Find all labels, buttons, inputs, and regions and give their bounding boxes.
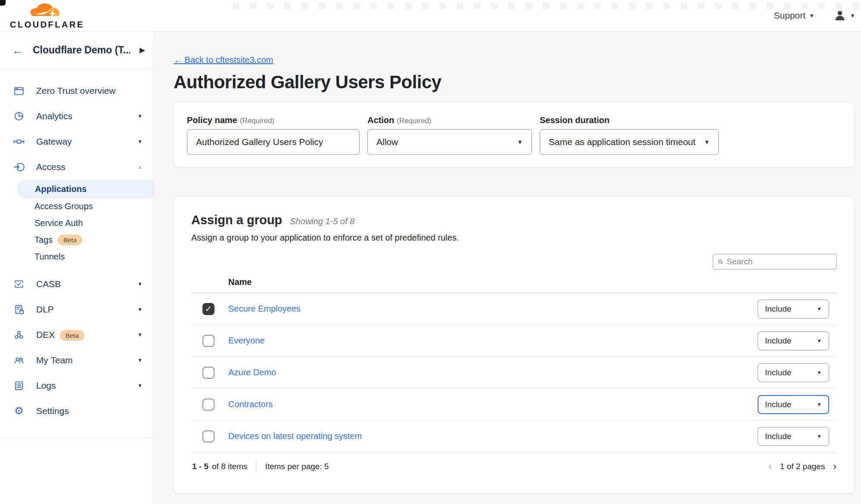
pagination-bar: 1 - 5 of 8 items Items per page: 5 ‹ 1 o… (191, 452, 837, 481)
sidebar-item-label: Settings (36, 406, 143, 416)
user-icon (833, 9, 846, 22)
sidebar-item-label: Analytics (36, 111, 126, 121)
previous-page-button[interactable]: ‹ (768, 461, 772, 472)
logs-list-icon (13, 380, 25, 392)
team-people-icon (13, 354, 25, 366)
chevron-down-icon: ▼ (137, 113, 143, 119)
search-input[interactable] (727, 257, 832, 266)
row-checkbox[interactable]: ✓ (202, 399, 214, 411)
sidebar-item-label: Service Auth (34, 218, 83, 228)
back-arrow-icon[interactable]: ← (12, 45, 23, 56)
chevron-down-icon: ▼ (817, 370, 822, 376)
cloudflare-cloud-icon (21, 2, 73, 21)
chevron-down-icon: ▼ (137, 357, 143, 363)
include-select-value: Include (765, 432, 791, 441)
access-login-icon (13, 161, 25, 173)
required-hint: (Required) (240, 117, 274, 125)
overview-window-icon (13, 85, 25, 97)
row-checkbox[interactable]: ✓ (202, 335, 214, 347)
casb-icon (13, 278, 25, 290)
sidebar-item-tunnels[interactable]: Tunnels (0, 248, 154, 265)
include-select-value: Include (765, 368, 791, 377)
table-row: ✓ Everyone Include ▼ (191, 325, 837, 357)
group-name-link[interactable]: Secure Employees (228, 304, 301, 314)
assign-group-card: Assign a group Showing 1-5 of 8 Assign a… (174, 196, 855, 494)
cloudflare-wordmark: CLOUDFLARE (10, 20, 84, 29)
row-checkbox[interactable]: ✓ (202, 303, 214, 315)
analytics-pie-icon (13, 110, 25, 122)
chevron-right-icon[interactable]: ▶ (140, 46, 145, 55)
chevron-up-icon: ▲ (137, 164, 143, 170)
next-page-button[interactable]: › (833, 461, 837, 472)
chevron-down-icon: ▼ (817, 338, 822, 344)
beta-badge: Beta (58, 235, 82, 245)
include-select[interactable]: Include ▼ (758, 395, 829, 414)
action-field-group: Action(Required) Allow ▼ (367, 115, 532, 155)
group-name-link[interactable]: Contractors (228, 399, 273, 409)
name-column-header: Name (191, 277, 837, 293)
sidebar-item-analytics[interactable]: Analytics ▼ (0, 103, 154, 129)
session-duration-select[interactable]: Same as application session timeout ▼ (540, 129, 719, 155)
action-select[interactable]: Allow ▼ (367, 129, 532, 155)
sidebar-item-access[interactable]: Access ▲ (0, 154, 154, 179)
sidebar-item-applications[interactable]: Applications (17, 180, 154, 198)
search-icon (718, 257, 723, 266)
sidebar-item-label: My Team (36, 355, 126, 365)
sidebar-item-gateway[interactable]: Gateway ▼ (0, 129, 154, 154)
group-name-link[interactable]: Azure Demo (228, 368, 276, 377)
sidebar-item-tags[interactable]: Tags Beta (0, 232, 154, 248)
table-row: ✓ Secure Employees Include ▼ (191, 293, 837, 325)
session-select-value: Same as application session timeout (549, 137, 696, 147)
action-label: Action(Required) (367, 115, 532, 125)
sidebar-item-logs[interactable]: Logs ▼ (0, 373, 154, 398)
beta-badge: Beta (60, 330, 84, 341)
sidebar-item-dlp[interactable]: DLP ▼ (0, 297, 154, 322)
chevron-down-icon: ▼ (850, 12, 855, 19)
include-select-value: Include (765, 304, 791, 314)
back-link[interactable]: ← Back to cftestsite3.com (174, 55, 273, 65)
group-table: Name ✓ Secure Employees Include ▼ ✓ Ever… (191, 277, 837, 452)
policy-name-label: Policy name(Required) (187, 115, 360, 125)
sidebar-item-label: Tags (34, 235, 53, 245)
include-select[interactable]: Include ▼ (758, 363, 829, 382)
chevron-down-icon: ▼ (137, 281, 143, 287)
chevron-down-icon: ▼ (817, 306, 822, 312)
sidebar-item-label: Applications (35, 184, 87, 194)
check-icon: ✓ (205, 304, 212, 314)
sidebar-item-label: Access (36, 162, 126, 172)
include-select[interactable]: Include ▼ (758, 300, 829, 318)
table-row: ✓ Devices on latest operating system Inc… (191, 421, 837, 452)
sidebar-item-dex[interactable]: DEXBeta ▼ (0, 322, 154, 347)
sidebar-item-service-auth[interactable]: Service Auth (0, 215, 154, 232)
chevron-down-icon: ▼ (137, 306, 143, 312)
group-heading: Assign a group (191, 213, 282, 227)
required-hint: (Required) (397, 117, 431, 125)
sidebar-item-label: Access Groups (34, 201, 93, 211)
account-name[interactable]: Cloudflare Demo (T... (33, 44, 130, 56)
group-name-link[interactable]: Everyone (228, 336, 265, 346)
include-select[interactable]: Include ▼ (758, 331, 829, 350)
pager-divider (256, 461, 256, 473)
support-label: Support (774, 10, 806, 21)
sidebar-item-settings[interactable]: ⚙ Settings (0, 398, 154, 424)
include-select[interactable]: Include ▼ (758, 427, 829, 446)
sidebar-item-label: DLP (36, 304, 126, 315)
sidebar-divider (0, 437, 154, 438)
row-checkbox[interactable]: ✓ (202, 367, 214, 379)
items-per-page: Items per page: 5 (265, 462, 329, 471)
page-indicator: 1 of 2 pages (780, 462, 825, 471)
sidebar-item-my-team[interactable]: My Team ▼ (0, 347, 154, 373)
row-checkbox[interactable]: ✓ (202, 430, 214, 442)
user-menu[interactable]: ▼ (833, 9, 858, 22)
gear-icon: ⚙ (13, 405, 25, 417)
group-name-link[interactable]: Devices on latest operating system (228, 431, 362, 441)
chevron-down-icon: ▼ (137, 383, 143, 389)
support-menu[interactable]: Support ▼ (774, 10, 814, 21)
sidebar-item-zero-trust-overview[interactable]: Zero Trust overview (0, 78, 154, 103)
sidebar-item-access-groups[interactable]: Access Groups (0, 198, 154, 215)
policy-name-input[interactable] (187, 129, 360, 155)
sidebar-item-casb[interactable]: CASB ▼ (0, 271, 154, 297)
table-row: ✓ Contractors Include ▼ (191, 389, 837, 421)
table-row: ✓ Azure Demo Include ▼ (191, 357, 837, 389)
main-content: ← Back to cftestsite3.com Authorized Gal… (154, 31, 861, 504)
